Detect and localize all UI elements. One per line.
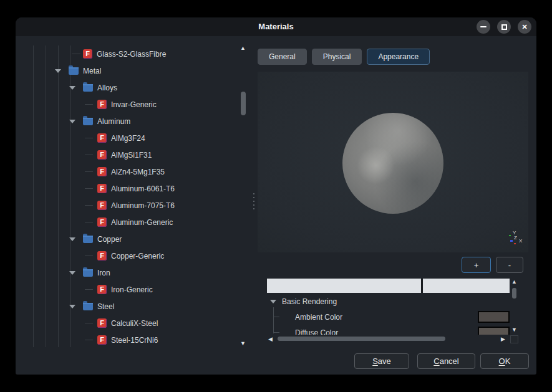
tree-item-almgsi1f31[interactable]: AlMgSi1F31 xyxy=(27,146,251,163)
expander-icon[interactable] xyxy=(69,237,75,241)
material-icon xyxy=(97,285,107,294)
axis-indicator: Y Z X xyxy=(505,230,521,246)
material-icon xyxy=(97,167,107,176)
axis-label-x: X xyxy=(519,238,522,244)
material-preview-viewport[interactable]: Y Z X xyxy=(258,72,528,252)
property-label: Ambient Color xyxy=(295,313,342,322)
tree-item-copper-generic[interactable]: Copper-Generic xyxy=(27,247,251,264)
preview-sphere xyxy=(342,113,443,214)
material-icon xyxy=(97,335,107,345)
tree-item-label: Metal xyxy=(83,67,101,75)
expander-icon[interactable] xyxy=(55,69,61,73)
tree-item-label: Copper-Generic xyxy=(111,252,164,261)
horizontal-scrollbar-thumb[interactable] xyxy=(278,337,445,341)
tree-item-label: Steel xyxy=(97,302,114,311)
properties-header xyxy=(267,279,510,293)
expander-icon[interactable] xyxy=(69,271,75,275)
material-icon xyxy=(97,133,107,143)
props-scrollbar-thumb[interactable] xyxy=(512,288,516,299)
tree-item-label: Glass-S2-GlassFibre xyxy=(97,50,166,59)
axis-y-tick xyxy=(509,235,511,236)
property-row-ambient-color[interactable]: Ambient Color xyxy=(267,309,510,325)
properties-table: Basic Rendering Ambient ColorDiffuse Col… xyxy=(267,294,510,335)
scroll-left-arrow[interactable]: ◀ xyxy=(268,336,273,342)
expander-icon[interactable] xyxy=(69,86,75,90)
tree-item-label: Iron xyxy=(97,269,110,277)
tab-general[interactable]: General xyxy=(258,49,307,65)
save-button[interactable]: Save xyxy=(354,353,409,369)
tree-item-calculix-steel[interactable]: CalculiX-Steel xyxy=(27,315,251,332)
tree-item-steel-15crni6[interactable]: Steel-15CrNi6 xyxy=(27,332,251,348)
window-title: Materials xyxy=(16,17,536,36)
expander-icon[interactable] xyxy=(69,305,75,308)
tree-item-glass-s2-glassfibre[interactable]: Glass-S2-GlassFibre xyxy=(27,45,251,62)
desktop-background: Materials ✕ Glass-S2-GlassFibreMetalAllo… xyxy=(0,0,552,392)
tree-folder-copper[interactable]: Copper xyxy=(27,231,251,247)
maximize-button[interactable] xyxy=(497,20,511,34)
minimize-button[interactable] xyxy=(477,20,490,34)
scroll-right-arrow[interactable]: ▶ xyxy=(501,336,505,342)
tree-item-label: Invar-Generic xyxy=(111,100,157,109)
property-group-row[interactable]: Basic Rendering xyxy=(267,294,510,309)
materials-tree: Glass-S2-GlassFibreMetalAlloysInvar-Gene… xyxy=(27,45,251,350)
folder-icon xyxy=(83,269,93,277)
tree-item-label: Iron-Generic xyxy=(111,285,153,294)
tree-item-label: AlMg3F24 xyxy=(111,134,145,143)
axis-x-tick xyxy=(514,243,516,244)
add-property-button[interactable]: + xyxy=(462,257,491,273)
titlebar[interactable]: Materials ✕ xyxy=(16,17,536,36)
tree-item-almg3f24[interactable]: AlMg3F24 xyxy=(27,130,251,146)
tree-item-alzn4-5mg1f35[interactable]: AlZn4-5Mg1F35 xyxy=(27,163,251,180)
tree-item-label: Aluminum-6061-T6 xyxy=(111,184,175,193)
tree-item-label: AlMgSi1F31 xyxy=(111,151,152,160)
material-icon xyxy=(97,318,107,328)
tree-folder-alloys[interactable]: Alloys xyxy=(27,79,251,96)
cancel-button[interactable]: Cancel xyxy=(417,353,475,369)
maximize-icon xyxy=(501,24,507,30)
properties-header-column-2[interactable] xyxy=(423,279,510,293)
remove-property-button[interactable]: - xyxy=(496,257,523,273)
tab-appearance[interactable]: Appearance xyxy=(367,49,430,65)
axis-z-tick xyxy=(510,240,513,242)
color-swatch-diffuse-color[interactable] xyxy=(478,327,510,335)
folder-icon xyxy=(83,118,93,125)
expander-icon[interactable] xyxy=(69,120,75,123)
close-button[interactable]: ✕ xyxy=(518,20,531,34)
close-icon: ✕ xyxy=(521,24,527,31)
folder-icon xyxy=(83,84,93,92)
folder-icon xyxy=(83,236,93,243)
tree-item-label: Steel-15CrNi6 xyxy=(111,336,158,345)
tree-item-aluminum-generic[interactable]: Aluminum-Generic xyxy=(27,214,251,231)
tree-item-label: Aluminum xyxy=(97,117,130,126)
panel-splitter-handle[interactable] xyxy=(253,193,255,216)
tree-item-label: AlZn4-5Mg1F35 xyxy=(111,168,165,176)
axis-label-z: Z xyxy=(514,235,517,241)
tree-item-iron-generic[interactable]: Iron-Generic xyxy=(27,281,251,298)
tree-folder-steel[interactable]: Steel xyxy=(27,298,251,315)
tree-item-aluminum-6061-t6[interactable]: Aluminum-6061-T6 xyxy=(27,180,251,197)
expander-icon[interactable] xyxy=(270,300,276,304)
folder-icon xyxy=(69,67,79,75)
props-scroll-down-arrow[interactable]: ▼ xyxy=(511,327,517,333)
property-group-label: Basic Rendering xyxy=(282,297,337,306)
properties-header-column-1[interactable] xyxy=(267,279,421,293)
tree-folder-metal[interactable]: Metal xyxy=(27,62,251,79)
tree-item-invar-generic[interactable]: Invar-Generic xyxy=(27,96,251,113)
tree-item-label: CalculiX-Steel xyxy=(111,319,158,328)
tab-bar: GeneralPhysicalAppearance xyxy=(258,49,430,65)
tab-physical[interactable]: Physical xyxy=(312,49,362,65)
tree-item-label: Copper xyxy=(97,235,122,244)
property-row-diffuse-color[interactable]: Diffuse Color xyxy=(267,325,510,335)
tree-item-aluminum-7075-t6[interactable]: Aluminum-7075-T6 xyxy=(27,197,251,214)
color-swatch-ambient-color[interactable] xyxy=(478,311,510,323)
props-scroll-up-arrow[interactable]: ▲ xyxy=(511,279,517,285)
tree-folder-iron[interactable]: Iron xyxy=(27,264,251,281)
scrollbar-corner xyxy=(510,335,518,343)
tree-item-label: Alloys xyxy=(97,84,117,92)
material-icon xyxy=(97,201,107,210)
material-icon xyxy=(83,49,92,59)
tree-folder-aluminum[interactable]: Aluminum xyxy=(27,113,251,130)
material-icon xyxy=(97,150,107,160)
folder-icon xyxy=(83,303,93,310)
ok-button[interactable]: OK xyxy=(480,353,529,369)
